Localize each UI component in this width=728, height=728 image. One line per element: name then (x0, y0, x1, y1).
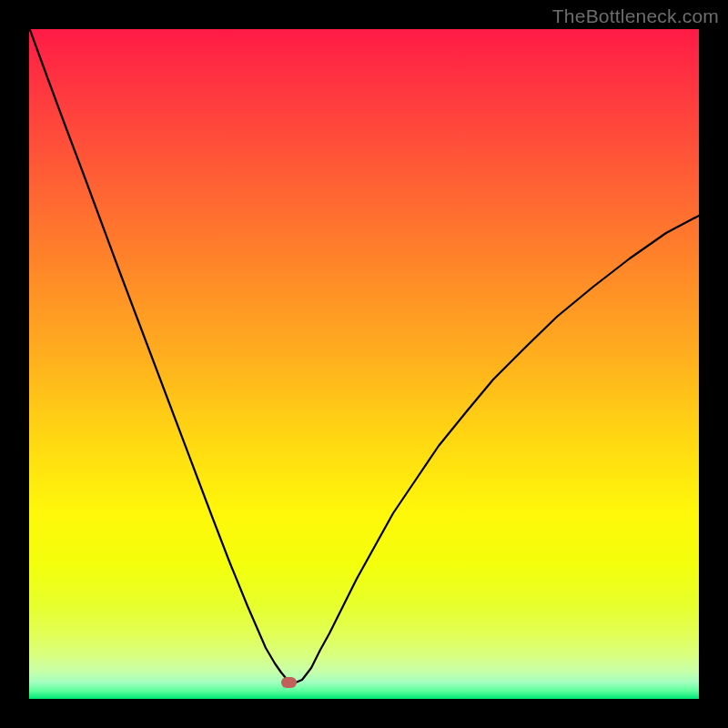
bottleneck-curve (29, 29, 699, 699)
plot-area (29, 29, 699, 699)
chart-frame: TheBottleneck.com (0, 0, 728, 728)
watermark-text: TheBottleneck.com (552, 5, 719, 27)
minimum-marker (281, 677, 297, 688)
